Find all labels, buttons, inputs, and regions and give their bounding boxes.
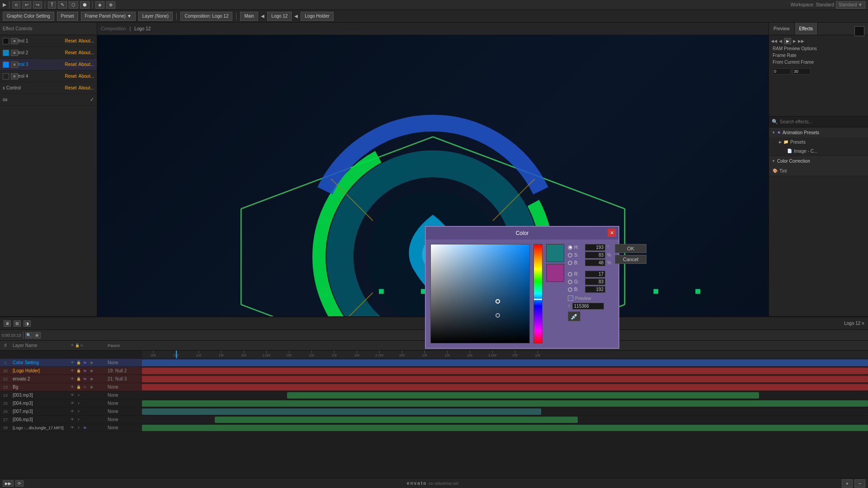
skip-value-input[interactable]: [773, 68, 791, 75]
color-picker-gradient[interactable]: [430, 244, 530, 343]
nav-btn-prev[interactable]: ◀◀: [771, 39, 777, 43]
slash-icon[interactable]: /: [76, 401, 81, 405]
table-row[interactable]: 28 [Logo -...dioJungle_17.MP3] 👁 / fx No…: [0, 424, 868, 432]
checkbox-checked[interactable]: ✓: [90, 97, 94, 103]
solo-icon[interactable]: ◉: [89, 385, 94, 389]
ctrl2-about[interactable]: About...: [79, 50, 94, 55]
ctrl4-reset[interactable]: Reset: [65, 74, 76, 79]
ctrl3-about[interactable]: About...: [79, 62, 94, 67]
composition-btn[interactable]: Composition: Logo 12: [180, 12, 232, 21]
h-input[interactable]: [585, 244, 605, 251]
tl-ctrl-btn1[interactable]: 🔍: [25, 332, 33, 338]
x-control-reset[interactable]: Reset: [65, 85, 76, 90]
toolbar-btn-3[interactable]: ↪: [33, 1, 42, 9]
ctrl2-mini1[interactable]: ≡: [11, 50, 18, 56]
lock-icon[interactable]: 🔒: [76, 361, 81, 365]
toolbar-btn-2[interactable]: ↩: [22, 1, 31, 9]
table-row[interactable]: 26 [007.mp3] 👁 / None: [0, 408, 868, 416]
lock-icon[interactable]: 🔒: [76, 385, 81, 389]
toolbar-btn-9[interactable]: ⊕: [106, 1, 115, 9]
eye-icon[interactable]: 👁: [70, 409, 75, 413]
tl-header-btn3[interactable]: ◑: [24, 320, 31, 327]
s-input[interactable]: [585, 252, 605, 258]
color-correction-header[interactable]: ▼ Color Correction: [769, 156, 868, 166]
nav-btn-next2[interactable]: ▶▶: [798, 39, 804, 43]
eye-icon[interactable]: 👁: [70, 401, 75, 405]
layer-none-btn[interactable]: Layer (None): [138, 12, 173, 21]
ctrl4-mini1[interactable]: ≡: [11, 73, 18, 80]
ctrl1-mini1[interactable]: ≡: [11, 38, 18, 44]
slash-icon[interactable]: /: [76, 393, 81, 397]
tl-zoom-in[interactable]: +: [842, 479, 853, 488]
b2-radio[interactable]: [568, 287, 572, 292]
table-row[interactable]: 1 Color Setting 👁 🔒 fx ◉ None: [0, 359, 868, 367]
eye-icon[interactable]: 👁: [70, 377, 75, 381]
main-tab-btn[interactable]: Main: [240, 12, 258, 21]
frame-panel-none-btn[interactable]: Frame Panel (None) ▼: [81, 12, 136, 21]
fx-icon-btn[interactable]: fx: [82, 377, 88, 381]
table-row[interactable]: 25 [004.mp3] 👁 / None: [0, 399, 868, 408]
ctrl3-reset[interactable]: Reset: [65, 62, 76, 67]
cancel-button[interactable]: Cancel: [615, 255, 646, 264]
eye-icon[interactable]: 👁: [70, 369, 75, 373]
toolbar-btn-4[interactable]: T: [48, 1, 56, 9]
play-nav-btn[interactable]: ▶: [784, 38, 791, 44]
fx-icon-btn[interactable]: fx: [82, 426, 88, 430]
eye-icon[interactable]: 👁: [70, 385, 75, 389]
fx-icon-btn[interactable]: fx: [82, 385, 88, 389]
b-radio[interactable]: [568, 261, 572, 265]
g-radio[interactable]: [568, 280, 572, 284]
animation-presets-header[interactable]: ▼ ★ Animation Presets: [769, 127, 868, 137]
toolbar-btn-1[interactable]: ⎋: [12, 1, 20, 9]
frame-rate-input[interactable]: [793, 68, 811, 75]
nav-btn-next[interactable]: ▶: [793, 39, 796, 43]
tint-item[interactable]: 🎨 Tint: [769, 166, 868, 176]
table-row[interactable]: 23 Bg 👁 🔒 fx ◉ None: [0, 383, 868, 391]
tl-bottom-btn1[interactable]: ▶▶: [3, 480, 14, 487]
ctrl3-swatch[interactable]: [3, 61, 9, 68]
lock-icon[interactable]: 🔒: [76, 369, 81, 373]
ctrl3-mini1[interactable]: ≡: [11, 61, 18, 68]
ctrl4-swatch[interactable]: [3, 73, 9, 80]
fx-icon-btn[interactable]: fx: [82, 361, 88, 365]
ctrl2-reset[interactable]: Reset: [65, 50, 76, 55]
nav-btn-prev2[interactable]: ◀: [779, 39, 782, 43]
tab-effects[interactable]: Effects: [795, 23, 818, 35]
presets-item[interactable]: ▶ 📁 Presets: [776, 137, 868, 146]
eye-icon[interactable]: 👁: [70, 418, 75, 422]
workspace-dropdown[interactable]: Standard ▼: [836, 1, 865, 9]
slash-icon[interactable]: /: [76, 409, 81, 413]
hex-input[interactable]: [572, 303, 604, 310]
image-item[interactable]: 📄 Image - C...: [776, 146, 868, 155]
h-radio[interactable]: [568, 245, 572, 250]
table-row[interactable]: 24 [003.mp3] 👁 / None: [0, 391, 868, 399]
eye-icon[interactable]: 👁: [70, 361, 75, 365]
tl-header-btn1[interactable]: 🖥: [4, 320, 11, 327]
toolbar-btn-5[interactable]: ✎: [58, 1, 67, 9]
toolbar-btn-6[interactable]: ⬡: [69, 1, 78, 9]
logo12-tab-btn[interactable]: Logo 12: [267, 12, 292, 21]
ctrl4-about[interactable]: About...: [79, 74, 94, 79]
x-control-about[interactable]: About...: [79, 85, 94, 90]
solo-icon[interactable]: ◉: [89, 361, 94, 365]
swatch-teal[interactable]: [546, 244, 564, 262]
s-radio[interactable]: [568, 253, 572, 258]
lock-icon[interactable]: 🔒: [76, 377, 81, 381]
eye-icon[interactable]: 👁: [70, 426, 75, 430]
graphic-color-setting-btn[interactable]: Graphic Color Setting: [3, 12, 54, 21]
eye-icon[interactable]: 👁: [70, 393, 75, 397]
logo-holder-tab-btn[interactable]: Logo Holder: [301, 12, 333, 21]
b-input[interactable]: [585, 259, 605, 266]
preview-checkbox[interactable]: ✓: [568, 296, 573, 301]
slash-icon[interactable]: /: [76, 426, 81, 430]
solo-icon[interactable]: ◉: [89, 369, 94, 373]
preset-btn[interactable]: Preset: [57, 12, 78, 21]
tl-ctrl-btn2[interactable]: ⊕: [33, 332, 41, 338]
tl-zoom-out[interactable]: −: [854, 479, 865, 488]
color-dialog-close[interactable]: ✕: [608, 229, 616, 237]
r-radio[interactable]: [568, 272, 572, 277]
ctrl1-reset[interactable]: Reset: [65, 38, 76, 43]
toolbar-btn-8[interactable]: ◈: [95, 1, 104, 9]
swatch-black[interactable]: [854, 26, 864, 36]
swatch-magenta[interactable]: [546, 264, 564, 282]
